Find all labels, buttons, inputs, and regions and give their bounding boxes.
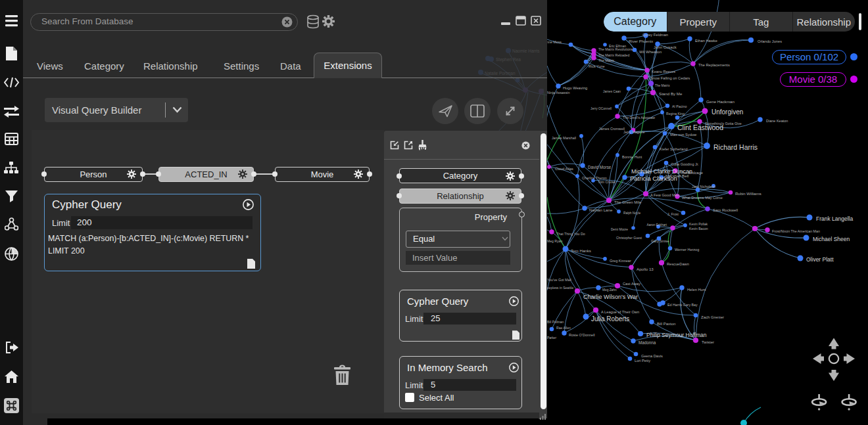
svg-text:Wil Wheaton: Wil Wheaton bbox=[639, 50, 662, 54]
svg-text:Max von Sydow: Max von Sydow bbox=[670, 133, 697, 137]
svg-text:James Marshall: James Marshall bbox=[552, 136, 576, 140]
svg-text:Ethan Hawke: Ethan Hawke bbox=[695, 39, 717, 43]
svg-text:Christopher Guest: Christopher Guest bbox=[616, 236, 642, 240]
svg-text:James Cromwell: James Cromwell bbox=[599, 127, 625, 131]
svg-text:What Dreams May Come: What Dreams May Come bbox=[682, 196, 723, 200]
svg-text:Apollo 13: Apollo 13 bbox=[637, 267, 654, 271]
svg-text:Oliver Platt: Oliver Platt bbox=[806, 256, 834, 263]
svg-text:You've Got Mail: You've Got Mail bbox=[547, 278, 571, 282]
svg-text:Bonnie Hunt: Bonnie Hunt bbox=[622, 155, 642, 159]
svg-text:Sleepless in Seattle: Sleepless in Seattle bbox=[547, 286, 573, 290]
svg-text:Al Pacino: Al Pacino bbox=[672, 104, 687, 108]
svg-text:Philip Seymour Hoffman: Philip Seymour Hoffman bbox=[646, 332, 707, 338]
svg-text:Meg Ryan: Meg Ryan bbox=[547, 239, 562, 243]
svg-text:Stand By Me: Stand By Me bbox=[659, 91, 683, 96]
svg-text:The Replacements: The Replacements bbox=[698, 63, 730, 67]
svg-text:Julia Roberts: Julia Roberts bbox=[591, 315, 629, 323]
svg-text:David Morse: David Morse bbox=[588, 165, 612, 169]
svg-text:Robin Williams: Robin Williams bbox=[735, 192, 761, 196]
svg-text:Jack Nicholson: Jack Nicholson bbox=[692, 185, 715, 189]
svg-text:Eric Elfman: Eric Elfman bbox=[609, 44, 626, 48]
svg-text:John Cusack: John Cusack bbox=[654, 45, 677, 49]
svg-text:Corey Feldman: Corey Feldman bbox=[642, 33, 668, 37]
svg-text:Unforgiven: Unforgiven bbox=[711, 108, 743, 116]
svg-text:Greg Kinnear: Greg Kinnear bbox=[610, 259, 631, 263]
svg-text:Madonna: Madonna bbox=[639, 340, 656, 345]
svg-text:Natalie Portman: Natalie Portman bbox=[485, 71, 516, 76]
svg-text:Carrie-Anne Moss: Carrie-Anne Moss bbox=[547, 40, 562, 44]
svg-text:The Devil's Advocate: The Devil's Advocate bbox=[623, 116, 655, 120]
svg-text:Gene Hackman: Gene Hackman bbox=[706, 99, 735, 104]
svg-text:Lori Petty: Lori Petty bbox=[635, 359, 650, 363]
svg-text:Jerry Maguire: Jerry Maguire bbox=[623, 130, 644, 134]
svg-text:Rae Allen: Rae Allen bbox=[556, 326, 571, 330]
svg-text:Rick Yune: Rick Yune bbox=[589, 64, 605, 68]
svg-text:Naomie Harris: Naomie Harris bbox=[512, 49, 540, 53]
svg-text:Jerry OConnell: Jerry OConnell bbox=[591, 107, 612, 110]
svg-text:Kevin Bacon: Kevin Bacon bbox=[689, 227, 708, 231]
svg-text:Ninja Assassin: Ninja Assassin bbox=[547, 91, 569, 95]
svg-text:Regina King: Regina King bbox=[666, 112, 685, 116]
svg-text:Geena Davis: Geena Davis bbox=[641, 354, 663, 358]
svg-text:Orlando Jones: Orlando Jones bbox=[758, 39, 782, 43]
svg-text:Charlie Wilson's War: Charlie Wilson's War bbox=[583, 294, 638, 300]
svg-text:Parker: Parker bbox=[547, 336, 557, 340]
svg-text:Frank Langella: Frank Langella bbox=[816, 215, 854, 222]
svg-text:A League of Their Own: A League of Their Own bbox=[601, 310, 639, 314]
svg-text:Clint Eastwood: Clint Eastwood bbox=[677, 123, 723, 131]
svg-text:The Matrix Reloaded: The Matrix Reloaded bbox=[598, 53, 629, 57]
svg-text:Richard Harris: Richard Harris bbox=[713, 143, 758, 151]
svg-text:Snow Falling on Cedars: Snow Falling on Cedars bbox=[650, 76, 690, 80]
svg-text:Rosie O'Donnell: Rosie O'Donnell bbox=[569, 333, 595, 337]
svg-text:Helen Hunt: Helen Hunt bbox=[687, 288, 706, 292]
svg-text:The Green Mile: The Green Mile bbox=[614, 200, 642, 204]
svg-text:Tom Hanks: Tom Hanks bbox=[571, 248, 591, 253]
svg-text:Ed Harris Gary Bay: Ed Harris Gary Bay bbox=[667, 303, 698, 307]
svg-text:J. Frost: J. Frost bbox=[667, 212, 679, 216]
svg-text:Kevin Pollak: Kevin Pollak bbox=[689, 222, 708, 226]
svg-text:RescueDawn: RescueDawn bbox=[667, 262, 689, 266]
svg-text:Cast Away: Cast Away bbox=[623, 282, 640, 286]
svg-text:Nathan Lane: Nathan Lane bbox=[589, 208, 613, 212]
svg-text:The Birdcage: The Birdcage bbox=[681, 171, 703, 175]
svg-text:Stephen Rea: Stephen Rea bbox=[496, 57, 521, 62]
svg-text:Tom Cruise: Tom Cruise bbox=[598, 180, 615, 184]
svg-text:Hugo Weaving: Hugo Weaving bbox=[563, 86, 587, 90]
svg-text:Gary Sinise: Gary Sinise bbox=[651, 239, 669, 243]
svg-text:Zach Grenier: Zach Grenier bbox=[701, 315, 724, 319]
svg-text:That Thing You Do: That Thing You Do bbox=[556, 232, 585, 236]
svg-text:The Matrix: The Matrix bbox=[598, 58, 615, 62]
svg-text:Meg Zahn: Meg Zahn bbox=[602, 288, 617, 292]
svg-text:Ralph Noyle: Ralph Noyle bbox=[623, 212, 640, 215]
svg-text:Diane Keaton: Diane Keaton bbox=[766, 119, 788, 123]
svg-text:Aaron Eckhart: Aaron Eckhart bbox=[647, 223, 667, 227]
svg-text:Keanu Reeves: Keanu Reeves bbox=[652, 70, 675, 74]
svg-text:Cloud Atlas: Cloud Atlas bbox=[555, 167, 573, 171]
svg-text:Twister: Twister bbox=[702, 340, 714, 344]
svg-text:Bill Pullman: Bill Pullman bbox=[547, 321, 564, 324]
svg-text:Frost/Nixon The American Man: Frost/Nixon The American Man bbox=[772, 229, 820, 233]
svg-text:Michael Sheen: Michael Sheen bbox=[813, 236, 850, 242]
svg-text:A Few Good Men: A Few Good Men bbox=[650, 193, 679, 197]
svg-text:Sam Rockwell: Sam Rockwell bbox=[713, 208, 738, 212]
svg-text:Kiefer Sutherland: Kiefer Sutherland bbox=[660, 147, 688, 151]
svg-text:Cuba Gooding Jr.: Cuba Gooding Jr. bbox=[671, 162, 699, 166]
svg-text:Werner Herzog: Werner Herzog bbox=[675, 248, 699, 252]
svg-text:Bill Paxton: Bill Paxton bbox=[657, 322, 675, 326]
svg-text:Demi Moore: Demi Moore bbox=[611, 228, 628, 231]
svg-text:The Matrix: The Matrix bbox=[655, 84, 670, 87]
svg-text:James Caan: James Caan bbox=[603, 90, 621, 93]
svg-text:River Phoenix: River Phoenix bbox=[629, 39, 653, 43]
